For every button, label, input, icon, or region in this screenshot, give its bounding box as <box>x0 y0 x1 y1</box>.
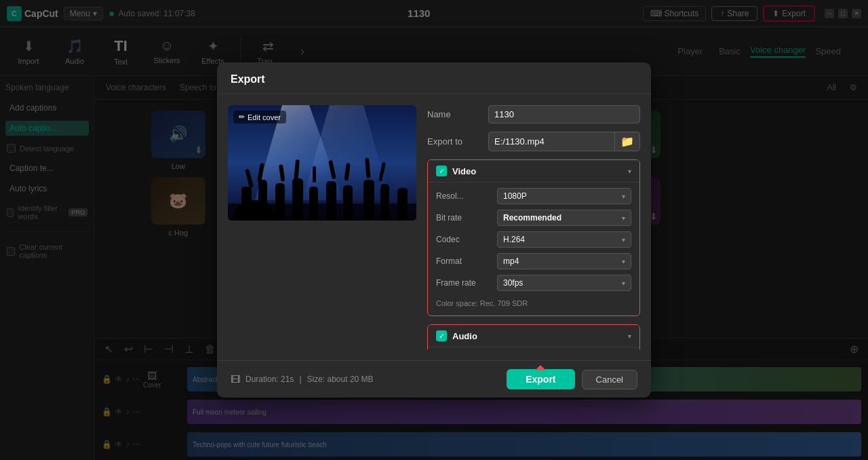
edit-cover-button[interactable]: ✏ Edit cover <box>233 111 286 123</box>
framerate-value: 30fps <box>503 278 523 288</box>
modal-body: ✏ Edit cover Name Export to 📁 <box>217 94 651 360</box>
pencil-icon: ✏ <box>239 113 245 121</box>
bitrate-label: Bit rate <box>436 213 490 223</box>
video-section-arrow: ▾ <box>628 168 631 175</box>
footer-actions: Export Cancel <box>507 369 637 389</box>
audio-section: ✓ Audio ▾ Format MP3 ▾ <box>427 324 640 349</box>
export-to-row: Export to 📁 <box>427 132 640 151</box>
format-select[interactable]: mp4 ▾ <box>497 253 631 269</box>
video-section-body: Resol... 1080P ▾ Bit rate Recommen <box>428 183 639 315</box>
cancel-button[interactable]: Cancel <box>582 370 637 389</box>
format-row: Format mp4 ▾ <box>436 253 631 269</box>
export-to-label: Export to <box>427 136 481 147</box>
resolution-row: Resol... 1080P ▾ <box>436 188 631 204</box>
codec-label: Codec <box>436 235 490 244</box>
resolution-arrow-icon: ▾ <box>622 193 625 200</box>
format-value: mp4 <box>503 256 519 266</box>
codec-select[interactable]: H.264 ▾ <box>497 231 631 248</box>
preview-thumbnail: ✏ Edit cover <box>228 105 416 221</box>
audio-section-arrow: ▾ <box>628 332 631 340</box>
resolution-label: Resol... <box>436 191 490 201</box>
video-checkbox[interactable]: ✓ <box>436 166 447 176</box>
footer-info: 🎞 Duration: 21s | Size: about 20 MB <box>231 374 374 385</box>
export-path-field: 📁 <box>488 132 640 151</box>
color-space-info: Color space: Rec. 709 SDR <box>436 296 631 310</box>
codec-value: H.264 <box>503 235 525 244</box>
bitrate-arrow-icon: ▾ <box>622 214 625 222</box>
modal-form: Name Export to 📁 ✓ Vid <box>427 94 651 360</box>
audio-section-body: Format MP3 ▾ <box>428 347 639 349</box>
film-icon: 🎞 <box>231 374 240 385</box>
framerate-arrow-icon: ▾ <box>622 280 625 287</box>
bitrate-row: Bit rate Recommended ▾ <box>436 210 631 226</box>
export-modal: Export <box>217 62 651 398</box>
framerate-select[interactable]: 30fps ▾ <box>497 275 631 291</box>
name-label: Name <box>427 109 481 119</box>
modal-footer: 🎞 Duration: 21s | Size: about 20 MB Expo… <box>217 360 651 398</box>
format-arrow-icon: ▾ <box>622 258 625 265</box>
resolution-value: 1080P <box>503 191 527 201</box>
duration-info: Duration: 21s <box>245 375 294 384</box>
settings-scroll: ✓ Video ▾ Resol... 1080P ▾ <box>427 159 640 349</box>
modal-overlay: Export <box>0 0 868 460</box>
resolution-select[interactable]: 1080P ▾ <box>497 188 631 204</box>
size-info: Size: about 20 MB <box>307 375 374 384</box>
video-section-title: Video <box>452 166 623 176</box>
name-row: Name <box>427 105 640 123</box>
codec-arrow-icon: ▾ <box>622 236 625 244</box>
video-section-header: ✓ Video ▾ <box>428 160 639 183</box>
codec-row: Codec H.264 ▾ <box>436 231 631 248</box>
svg-rect-23 <box>228 204 416 221</box>
bitrate-value: Recommended <box>503 213 561 223</box>
audio-section-header: ✓ Audio ▾ <box>428 325 639 347</box>
modal-preview: ✏ Edit cover <box>217 94 427 360</box>
framerate-row: Frame rate 30fps ▾ <box>436 275 631 291</box>
framerate-label: Frame rate <box>436 278 490 288</box>
svg-rect-18 <box>313 166 316 183</box>
name-input[interactable] <box>488 105 640 123</box>
info-separator: | <box>299 375 301 384</box>
audio-section-title: Audio <box>452 331 623 341</box>
modal-header: Export <box>217 62 651 94</box>
export-path-input[interactable] <box>489 133 614 150</box>
format-label: Format <box>436 256 490 266</box>
folder-browse-button[interactable]: 📁 <box>614 132 639 151</box>
bitrate-select[interactable]: Recommended ▾ <box>497 210 631 226</box>
video-section: ✓ Video ▾ Resol... 1080P ▾ <box>427 159 640 316</box>
export-confirm-button[interactable]: Export <box>507 369 574 389</box>
audio-checkbox[interactable]: ✓ <box>436 330 447 341</box>
